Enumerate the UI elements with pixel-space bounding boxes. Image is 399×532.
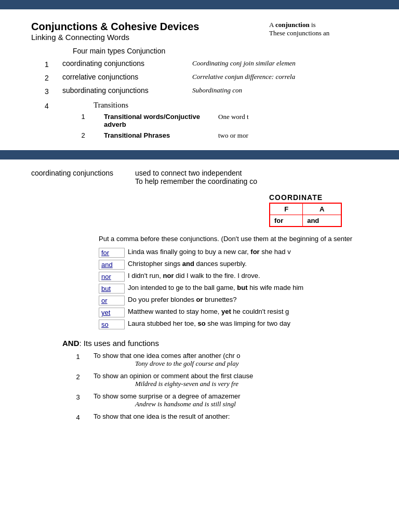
and-content-1: To show that one idea comes after anothe… <box>94 352 378 368</box>
coord-table-wrapper: COORDINATE F A for and <box>269 193 383 227</box>
coordinate-table-area: COORDINATE F A for and <box>31 193 389 227</box>
ex-sentence-nor: I didn't run, nor did I walk to the fire… <box>125 272 399 282</box>
example-row-or: or Do you prefer blondes or brunettes? <box>99 296 399 305</box>
bold-conj-yet: yet <box>221 308 231 315</box>
transitions-label: Transitions <box>94 101 383 110</box>
and-content-2: To show an opinion or comment about the … <box>94 372 378 388</box>
and-title: AND: Its uses and functions <box>62 339 378 348</box>
section-header-bar <box>0 150 399 159</box>
type-label-3: subordinating conjunctions <box>62 86 192 95</box>
sub-type-row-1: 1 Transitional words/Conjuctive adverb O… <box>62 113 383 128</box>
and-example-2: Mildred is eighty-seven and is very fre <box>94 380 378 388</box>
and-main-4: To show that one idea is the result of a… <box>94 413 378 420</box>
and-title-rest: : Its uses and functions <box>79 339 159 348</box>
ex-word-but: but <box>99 284 125 294</box>
sub-desc-2: two or mor <box>218 131 383 140</box>
and-content-4: To show that one idea is the result of a… <box>94 413 378 420</box>
and-content-3: To show some surprise or a degree of ama… <box>94 392 378 408</box>
type-desc-2: Correlative conjun difference: correla <box>192 73 383 81</box>
and-main-2: To show an opinion or comment about the … <box>94 372 378 380</box>
table-header-a: A <box>303 203 341 215</box>
and-item-2: 2 To show an opinion or comment about th… <box>62 372 378 388</box>
and-section: AND: Its uses and functions 1 To show th… <box>31 339 389 421</box>
title-left: Conjunctions & Cohesive Devices Linking … <box>31 21 199 42</box>
ex-word-so: so <box>99 320 125 329</box>
type-desc-3: Subordinating con <box>192 86 383 95</box>
type-label-2: correlative conjunctions <box>62 73 192 81</box>
title-row: Conjunctions & Cohesive Devices Linking … <box>31 21 383 42</box>
type-row-3: 3 subordinating conjunctions Subordinati… <box>31 86 383 96</box>
example-row-nor: nor I didn't run, nor did I walk to the … <box>99 272 399 282</box>
and-num-1: 1 <box>62 352 94 361</box>
type-label-1: coordinating conjunctions <box>62 59 192 68</box>
ex-word-or: or <box>99 296 125 305</box>
sub-label-2: Transitional Phrases <box>104 131 218 139</box>
example-row-so: so Laura stubbed her toe, so she was lim… <box>99 320 399 329</box>
subtitle: Linking & Connecting Words <box>31 33 199 42</box>
type-num-2: 2 <box>31 73 62 82</box>
and-num-2: 2 <box>62 372 94 381</box>
ex-word-nor: nor <box>99 272 125 282</box>
ex-word-yet: yet <box>99 308 125 317</box>
type-num-3: 3 <box>31 86 62 96</box>
type-num-1: 1 <box>31 59 62 69</box>
example-row-but: but Jon intended to ge to the ball game,… <box>99 284 399 294</box>
and-item-4: 4 To show that one idea is the result of… <box>62 413 378 421</box>
bold-conj-but: but <box>237 284 247 291</box>
type-row-4: 4 Transitions 1 Transitional words/Conju… <box>31 101 383 140</box>
sub-num-2: 2 <box>62 131 104 139</box>
main-title: Conjunctions & Cohesive Devices <box>31 21 199 33</box>
top-bar <box>0 0 399 9</box>
ex-word-for: for <box>99 248 125 258</box>
bold-conj-so: so <box>197 320 205 327</box>
second-section: coordinating conjunctions used to connec… <box>0 159 399 431</box>
table-cell-and: and <box>303 215 341 227</box>
bold-conj-nor: nor <box>163 272 174 280</box>
right-text2: These conjunctions an <box>269 29 383 37</box>
coord-desc-2: To help remember the coordinating co <box>135 177 389 185</box>
and-example-1: Tony drove to the golf course and play <box>94 360 378 368</box>
ex-sentence-so: Laura stubbed her toe, so she was limpin… <box>125 320 399 329</box>
ex-sentence-yet: Matthew wanted to stay home, yet he coul… <box>125 308 399 317</box>
and-bold: AND <box>62 339 79 348</box>
sub-num-1: 1 <box>62 113 104 121</box>
coord-row: coordinating conjunctions used to connec… <box>31 169 389 185</box>
and-item-3: 3 To show some surprise or a degree of a… <box>62 392 378 408</box>
coord-desc-1: used to connect two independent <box>135 169 389 177</box>
table-cell-for: for <box>270 215 303 227</box>
bold-conj-or: or <box>196 296 203 303</box>
ex-sentence-and: Christopher sings and dances superbly. <box>125 260 399 270</box>
and-num-3: 3 <box>62 392 94 401</box>
sub-desc-1: One word t <box>218 113 383 121</box>
right-text1: A conjunction is <box>269 21 383 29</box>
and-main-3: To show some surprise or a degree of ama… <box>94 392 378 400</box>
coord-table-title: COORDINATE <box>269 193 383 202</box>
type-desc-1: Coordinating conj join similar elemen <box>192 59 383 68</box>
and-num-4: 4 <box>62 413 94 421</box>
sub-label-1: Transitional words/Conjuctive adverb <box>104 113 218 128</box>
example-row-yet: yet Matthew wanted to stay home, yet he … <box>99 308 399 317</box>
bold-conj-and: and <box>182 260 194 268</box>
type-row-1: 1 coordinating conjunctions Coordinating… <box>31 59 383 69</box>
four-types-title: Four main types Conjunction <box>73 47 383 55</box>
italic-and-3: and <box>193 400 203 408</box>
table-header-f: F <box>270 203 303 215</box>
sub-type-row-2: 2 Transitional Phrases two or mor <box>62 131 383 140</box>
ex-sentence-for: Linda was finally going to buy a new car… <box>125 248 399 258</box>
conjunction-bold: conjunction <box>275 21 310 29</box>
ex-sentence-but: Jon intended to ge to the ball game, but… <box>125 284 399 294</box>
italic-and-1: and <box>215 360 225 367</box>
four-types-section: Four main types Conjunction 1 coordinati… <box>31 47 383 140</box>
example-row-for: for Linda was finally going to buy a new… <box>99 248 399 258</box>
type-num-4: 4 <box>31 101 62 110</box>
table-data-row: for and <box>270 215 341 227</box>
title-right: A conjunction is These conjunctions an <box>269 21 383 37</box>
coord-desc: used to connect two independent To help … <box>135 169 389 185</box>
type-row-2: 2 correlative conjunctions Correlative c… <box>31 73 383 82</box>
ex-word-and: and <box>99 260 125 270</box>
table-header-row: F A <box>270 203 341 215</box>
coord-label: coordinating conjunctions <box>31 169 135 177</box>
example-row-and: and Christopher sings and dances superbl… <box>99 260 399 270</box>
ex-sentence-or: Do you prefer blondes or brunettes? <box>125 296 399 305</box>
bold-conj-for: for <box>250 248 259 256</box>
